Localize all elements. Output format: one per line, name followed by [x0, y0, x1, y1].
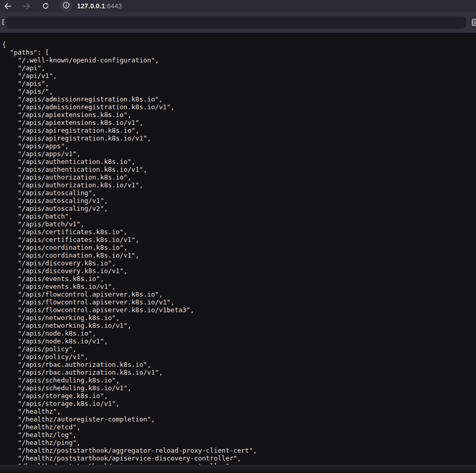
json-line: "/apis/authorization.k8s.io",	[2, 173, 257, 181]
json-line: "/apis/coordination.k8s.io/v1",	[2, 251, 257, 259]
json-line: "/apis/autoscaling/v2",	[2, 204, 257, 212]
json-line: "/.well-known/openid-configuration",	[2, 56, 257, 64]
url-host: 127.0.0.1	[77, 3, 105, 10]
reload-button[interactable]	[40, 0, 51, 12]
json-line: "/apis/certificates.k8s.io/v1",	[2, 236, 257, 244]
horizontal-scrollbar[interactable]	[0, 465, 476, 473]
json-line: "/apis/discovery.k8s.io",	[2, 259, 257, 267]
site-info-icon	[62, 2, 70, 10]
back-arrow-icon	[4, 3, 11, 9]
secondary-toolbar: [	[0, 12, 476, 33]
json-line: "/apis/node.k8s.io",	[2, 329, 257, 337]
json-line: "/healthz/autoregister-completion",	[2, 415, 257, 423]
json-line: "/healthz",	[2, 407, 257, 415]
json-line: "/apis/flowcontrol.apiserver.k8s.io/v1",	[2, 298, 257, 306]
json-line: "/apis/coordination.k8s.io",	[2, 244, 257, 251]
json-line: "/apis",	[2, 80, 257, 87]
json-line: "/apis/events.k8s.io",	[2, 275, 257, 283]
json-line: "/apis/admissionregistration.k8s.io",	[2, 95, 257, 103]
json-line: "/apis/storage.k8s.io/v1",	[2, 400, 257, 407]
json-line: "/apis/authentication.k8s.io",	[2, 158, 257, 165]
json-line: "/apis/node.k8s.io/v1",	[2, 337, 257, 345]
json-line: "/apis/rbac.authorization.k8s.io/v1",	[2, 368, 257, 376]
json-line: "/apis/policy/v1",	[2, 353, 257, 361]
json-line: "/api/v1",	[2, 72, 257, 80]
json-line: "/apis/discovery.k8s.io/v1",	[2, 267, 257, 275]
json-line: "/apis/certificates.k8s.io",	[2, 228, 257, 236]
json-line: "/apis/apiregistration.k8s.io/v1",	[2, 134, 257, 142]
site-info-button[interactable]	[60, 0, 72, 12]
json-line: {	[2, 41, 257, 48]
omnibox-field[interactable]	[6, 16, 466, 29]
toolbar-right-icon[interactable]	[471, 19, 476, 26]
page-content: { "paths": [ "/.well-known/openid-config…	[0, 33, 476, 473]
json-line: "/apis/autoscaling/v1",	[2, 197, 257, 204]
json-line: "/healthz/log",	[2, 431, 257, 439]
json-line: "/apis/storage.k8s.io",	[2, 392, 257, 400]
json-line: "/apis/scheduling.k8s.io/v1",	[2, 384, 257, 392]
json-line: "/api",	[2, 64, 257, 72]
json-line: "/apis/apps/v1",	[2, 150, 257, 158]
json-line: "/apis/apps",	[2, 142, 257, 150]
json-line: "/apis/",	[2, 87, 257, 95]
json-line: "/apis/events.k8s.io/v1",	[2, 283, 257, 290]
address-url-text[interactable]: 127.0.0.1:6443	[77, 0, 122, 12]
browser-toolbar: 127.0.0.1:6443	[0, 0, 476, 12]
json-line: "/apis/batch",	[2, 212, 257, 220]
json-line: "/healthz/poststarthook/aggregator-reloa…	[2, 446, 257, 454]
json-line: "/apis/scheduling.k8s.io",	[2, 376, 257, 384]
reload-icon	[42, 3, 49, 9]
bracket-text: [	[1, 18, 5, 27]
json-line: "/apis/flowcontrol.apiserver.k8s.io/v1be…	[2, 306, 257, 314]
json-line: "/apis/networking.k8s.io",	[2, 314, 257, 322]
json-line: "/apis/apiextensions.k8s.io/v1",	[2, 119, 257, 126]
json-text: { "paths": [ "/.well-known/openid-config…	[2, 41, 257, 470]
json-line: "/apis/networking.k8s.io/v1",	[2, 322, 257, 329]
browser-window: 127.0.0.1:6443 [ { "paths": [ "/.well-kn…	[0, 0, 476, 473]
json-line: "/healthz/etcd",	[2, 423, 257, 431]
back-button[interactable]	[2, 0, 14, 12]
json-line: "/apis/autoscaling",	[2, 189, 257, 197]
url-port: :6443	[105, 3, 122, 10]
json-line: "/apis/batch/v1",	[2, 220, 257, 228]
forward-arrow-icon	[23, 3, 30, 9]
json-line: "paths": [	[2, 48, 257, 56]
json-line: "/apis/admissionregistration.k8s.io/v1",	[2, 103, 257, 111]
json-line: "/healthz/poststarthook/apiservice-disco…	[2, 454, 257, 462]
json-line: "/apis/flowcontrol.apiserver.k8s.io",	[2, 290, 257, 298]
json-line: "/apis/authorization.k8s.io/v1",	[2, 181, 257, 189]
json-line: "/apis/policy",	[2, 345, 257, 353]
json-line: "/healthz/ping",	[2, 439, 257, 446]
json-line: "/apis/rbac.authorization.k8s.io",	[2, 361, 257, 368]
json-line: "/apis/apiextensions.k8s.io",	[2, 111, 257, 119]
json-line: "/apis/authentication.k8s.io/v1",	[2, 165, 257, 173]
forward-button[interactable]	[21, 0, 32, 12]
json-line: "/apis/apiregistration.k8s.io",	[2, 126, 257, 134]
